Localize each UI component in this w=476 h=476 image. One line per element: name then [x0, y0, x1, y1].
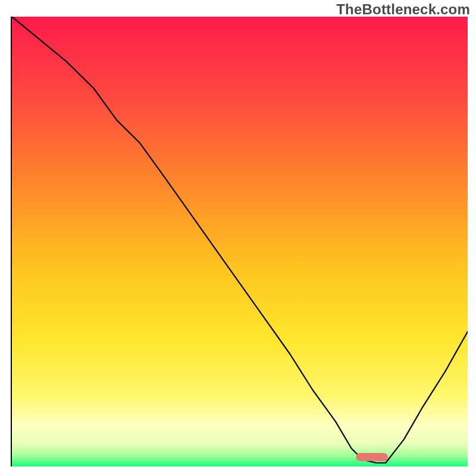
gradient-background: [12, 17, 468, 466]
plot-axes: [11, 17, 466, 466]
plot-svg: [12, 17, 468, 466]
optimum-marker: [356, 453, 388, 461]
watermark-text: TheBottleneck.com: [336, 1, 470, 18]
chart-frame: TheBottleneck.com: [0, 0, 476, 476]
